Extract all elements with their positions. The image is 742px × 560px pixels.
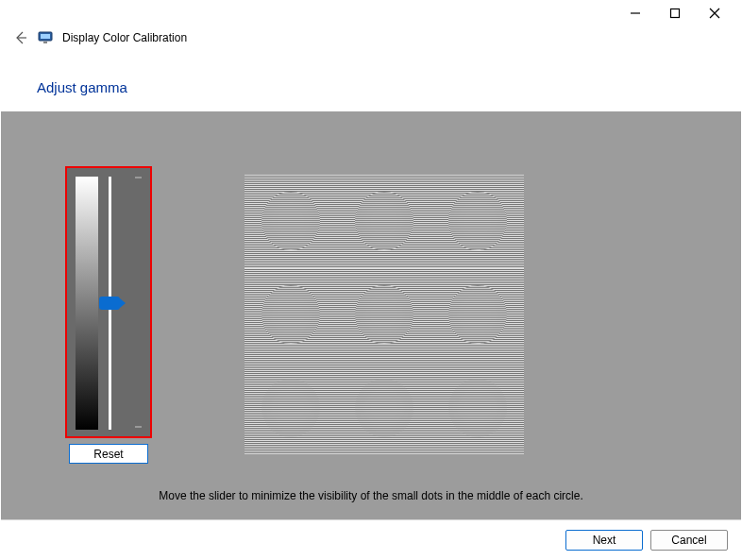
cancel-button[interactable]: Cancel xyxy=(650,530,728,551)
svg-rect-6 xyxy=(41,34,50,39)
gamma-cell xyxy=(245,361,338,454)
instruction-text: Move the slider to minimize the visibili… xyxy=(1,489,741,502)
slider-tick-min xyxy=(135,426,142,428)
gamma-dot xyxy=(355,285,413,344)
back-arrow-icon[interactable] xyxy=(13,30,28,45)
gamma-slider-panel xyxy=(65,166,152,438)
slider-gradient-strip xyxy=(76,177,98,430)
gamma-cell xyxy=(245,268,338,362)
window-title: Display Color Calibration xyxy=(62,31,187,44)
gamma-dot xyxy=(448,192,507,250)
gamma-cell xyxy=(338,175,431,268)
footer-bar: Next Cancel xyxy=(1,519,741,560)
gamma-dot xyxy=(355,379,413,437)
slider-tick-max xyxy=(135,177,142,178)
gamma-cell xyxy=(338,361,431,454)
gamma-dot xyxy=(261,285,320,344)
monitor-icon xyxy=(38,30,53,45)
close-button[interactable] xyxy=(708,7,721,20)
svg-rect-1 xyxy=(671,9,680,18)
minimize-button[interactable] xyxy=(629,7,642,20)
gamma-dot xyxy=(261,192,320,250)
gamma-dot xyxy=(355,192,413,250)
gamma-cell xyxy=(245,175,338,268)
gamma-cell xyxy=(430,361,524,454)
page-heading: Adjust gamma xyxy=(37,79,127,95)
gamma-dot xyxy=(448,285,507,344)
svg-rect-7 xyxy=(43,42,47,43)
gamma-dot xyxy=(261,379,320,437)
gamma-cell xyxy=(430,175,524,268)
next-button[interactable]: Next xyxy=(565,530,643,551)
reset-button[interactable]: Reset xyxy=(69,444,148,464)
gamma-cell xyxy=(338,268,431,362)
gamma-dot xyxy=(448,379,507,437)
gamma-preview-grid xyxy=(245,175,524,454)
content-area: Reset Move the slider to minimize the vi… xyxy=(1,111,741,519)
gamma-cell xyxy=(430,268,524,362)
maximize-button[interactable] xyxy=(668,7,682,20)
gamma-slider-thumb[interactable] xyxy=(99,297,120,310)
